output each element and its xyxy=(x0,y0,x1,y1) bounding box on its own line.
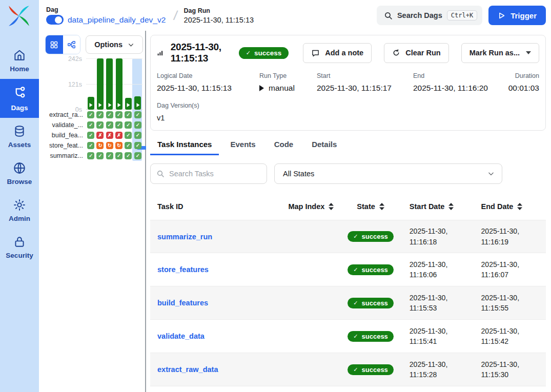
task-instance-square-success[interactable]: ✓ xyxy=(106,152,113,159)
tab-code[interactable]: Code xyxy=(267,138,301,155)
airflow-logo[interactable] xyxy=(0,0,39,37)
task-instance-square-success[interactable]: ✓ xyxy=(125,132,132,139)
task-instance-square-retry[interactable]: ↻ xyxy=(96,142,104,149)
task-instance-square-success[interactable]: ✓ xyxy=(106,111,113,118)
sidebar-item-home[interactable]: Home xyxy=(0,42,39,79)
task-instance-square-success[interactable]: ✓ xyxy=(125,142,132,149)
run-play-icon xyxy=(108,103,111,107)
run-play-icon xyxy=(127,103,130,107)
task-id-link[interactable]: build_features xyxy=(157,299,208,307)
sort-icon[interactable] xyxy=(517,203,522,210)
database-icon xyxy=(13,125,26,138)
task-instance-square-success[interactable]: ✓ xyxy=(115,152,123,159)
task-instance-square-success[interactable]: ✓ xyxy=(134,121,141,129)
check-icon: ✓ xyxy=(353,266,358,273)
col-end-date[interactable]: End Date xyxy=(480,202,544,211)
gridline xyxy=(86,58,142,59)
run-bar[interactable] xyxy=(97,58,104,110)
task-instance-square-success[interactable]: ✓ xyxy=(125,121,132,129)
task-instance-square-success[interactable]: ✓ xyxy=(87,142,94,149)
dag-branch-icon xyxy=(12,86,27,101)
sidebar-item-label: Browse xyxy=(7,178,32,185)
play-outline-icon xyxy=(498,12,505,19)
grid-task-row: validate_...✓✓✓✓✓✓ xyxy=(45,120,142,130)
sidebar-item-dags[interactable]: Dags xyxy=(0,79,39,118)
table-row[interactable]: summarize_run ✓success 2025-11-30, 11:16… xyxy=(150,220,546,253)
table-row[interactable]: validate_data ✓success 2025-11-30, 11:15… xyxy=(150,320,546,353)
task-instance-square-success[interactable]: ✓ xyxy=(134,132,141,139)
task-instance-square-success[interactable]: ✓ xyxy=(87,111,94,118)
task-instance-square-failed[interactable]: ✗ xyxy=(106,132,113,139)
sort-icon[interactable] xyxy=(329,203,334,210)
breadcrumb-separator: / xyxy=(173,7,178,24)
col-map-index[interactable]: Map Index xyxy=(280,202,334,211)
sidebar-item-label: Security xyxy=(6,252,33,259)
mark-run-as-button[interactable]: Mark Run as... xyxy=(461,43,539,63)
field-duration: Duration 00:01:03 xyxy=(508,72,539,93)
options-button[interactable]: Options xyxy=(86,35,143,54)
task-instance-square-retry[interactable]: ↻ xyxy=(106,142,113,149)
task-instance-square-success[interactable]: ✓ xyxy=(115,111,123,118)
task-instance-square-success[interactable]: ✓ xyxy=(134,111,141,118)
task-instance-square-success[interactable]: ✓ xyxy=(106,121,113,129)
run-bar[interactable] xyxy=(134,96,141,110)
task-instance-square-success[interactable]: ✓ xyxy=(96,111,104,118)
grid-view-button[interactable] xyxy=(46,35,63,54)
task-instance-square-success[interactable]: ✓ xyxy=(87,152,94,159)
task-label[interactable]: build_fea... xyxy=(45,132,86,139)
trigger-label: Trigger xyxy=(511,11,537,20)
table-row[interactable]: store_features ✓success 2025-11-30, 11:1… xyxy=(150,253,546,286)
task-instance-square-success[interactable]: ✓ xyxy=(87,121,94,129)
run-bar[interactable] xyxy=(88,97,94,110)
task-label[interactable]: summariz... xyxy=(45,152,86,159)
task-id-link[interactable]: summarize_run xyxy=(157,233,212,241)
sort-icon[interactable] xyxy=(379,203,384,210)
task-instance-square-success[interactable]: ✓ xyxy=(96,121,104,129)
sort-icon[interactable] xyxy=(448,203,454,210)
tab-task-instances[interactable]: Task Instances xyxy=(150,138,219,155)
task-instance-square-success[interactable]: ✓ xyxy=(134,142,141,149)
state-filter-select[interactable]: All States xyxy=(274,163,502,184)
task-instance-square-failed[interactable]: ✗ xyxy=(96,132,104,139)
table-row[interactable]: build_features ✓success 2025-11-30, 11:1… xyxy=(150,286,546,320)
task-id-link[interactable]: store_features xyxy=(157,265,209,274)
clear-run-button[interactable]: Clear Run xyxy=(384,43,449,63)
panel-divider[interactable] xyxy=(145,31,146,392)
sidebar-item-assets[interactable]: Assets xyxy=(0,118,39,155)
task-id-link[interactable]: extract_raw_data xyxy=(157,365,218,374)
tab-events[interactable]: Events xyxy=(223,138,262,155)
options-label: Options xyxy=(94,40,123,49)
task-instance-square-success[interactable]: ✓ xyxy=(134,152,141,159)
task-instance-square-failed[interactable]: ✗ xyxy=(115,132,123,139)
trigger-button[interactable]: Trigger xyxy=(488,6,546,25)
sidebar-item-label: Home xyxy=(10,65,29,73)
search-dags-button[interactable]: Search Dags Ctrl+K xyxy=(377,6,482,25)
tab-details[interactable]: Details xyxy=(304,138,344,155)
dag-pause-toggle[interactable] xyxy=(46,15,64,25)
check-icon: ✓ xyxy=(353,333,358,340)
run-bar[interactable] xyxy=(106,58,113,110)
task-instance-square-success[interactable]: ✓ xyxy=(115,121,123,129)
search-tasks-input[interactable] xyxy=(150,163,267,184)
add-note-button[interactable]: Add a note xyxy=(303,43,372,63)
task-instance-square-retry[interactable]: ↻ xyxy=(115,142,123,149)
run-bar[interactable] xyxy=(116,58,123,110)
task-label[interactable]: validate_... xyxy=(45,121,86,129)
task-label[interactable]: store_feat... xyxy=(45,142,86,149)
sidebar-item-security[interactable]: Security xyxy=(0,229,39,265)
dag-name-link[interactable]: data_pipeline_daily_dev_v2 xyxy=(68,15,166,25)
task-id-link[interactable]: validate_data xyxy=(157,332,205,340)
home-icon xyxy=(13,49,26,62)
graph-view-button[interactable] xyxy=(63,35,80,54)
table-row[interactable]: extract_raw_data ✓success 2025-11-30, 11… xyxy=(150,353,546,386)
col-start-date[interactable]: Start Date xyxy=(407,202,480,211)
task-instance-square-success[interactable]: ✓ xyxy=(125,152,132,159)
task-instance-square-success[interactable]: ✓ xyxy=(87,132,94,139)
sidebar-item-browse[interactable]: Browse xyxy=(0,155,39,192)
run-bar[interactable] xyxy=(125,98,132,110)
sidebar-item-admin[interactable]: Admin xyxy=(0,192,39,229)
col-state[interactable]: State xyxy=(334,202,407,211)
field-run-type: Run Type manual xyxy=(259,72,317,93)
task-instance-square-success[interactable]: ✓ xyxy=(125,111,132,118)
task-instance-square-success[interactable]: ✓ xyxy=(96,152,104,159)
